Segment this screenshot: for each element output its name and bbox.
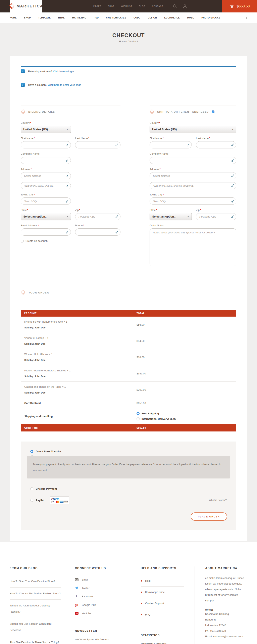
shipping-zip-input[interactable] <box>196 213 236 220</box>
header-menu-shop[interactable]: SHOP <box>108 5 114 8</box>
search-icon[interactable] <box>173 4 177 8</box>
billing-heading: BILLING DETAILS <box>28 110 55 113</box>
nav-item-muse[interactable]: MUSE <box>187 16 194 19</box>
shipping-first-name-input[interactable] <box>150 141 192 148</box>
billing-first-name-input[interactable] <box>21 141 71 148</box>
nav-item-marketing[interactable]: MARKETING <box>72 16 86 19</box>
cheque-payment-radio[interactable] <box>30 487 33 490</box>
coupon-link[interactable]: Click here to enter your code <box>48 83 81 86</box>
shipping-state-select[interactable]: Select an option... ▼ <box>150 213 192 220</box>
nav-item-home[interactable]: HOME <box>10 16 17 19</box>
social-twitter-link[interactable]: Twitter <box>75 584 121 592</box>
nav-item-photo-stocks[interactable]: PHOTO STOCKS <box>202 16 220 19</box>
order-table: PRODUCT TOTAL iPhone 5s with Headphones … <box>21 310 236 432</box>
place-order-button[interactable]: PLACE ORDER <box>191 512 227 521</box>
international-delivery-radio[interactable] <box>136 418 140 420</box>
mastercard-card-icon <box>56 500 60 503</box>
billing-last-name-input[interactable] <box>75 141 120 148</box>
ship-different-checkbox[interactable]: ✓ <box>212 110 214 113</box>
billing-email-input[interactable] <box>21 228 71 236</box>
nav-item-shop[interactable]: SHOP <box>24 16 31 19</box>
brand-name: MARKETICA <box>17 4 43 8</box>
social-youtube-link[interactable]: You Youtube <box>75 609 121 618</box>
your-order-section: YOUR ORDER PRODUCT TOTAL iPhone 5s with … <box>21 290 236 530</box>
office-phone: Ph. +6212345678 <box>205 628 247 634</box>
billing-country-select[interactable]: United States (US) ▼ <box>21 126 71 133</box>
create-account-checkbox[interactable] <box>21 240 24 242</box>
billing-section: BILLING DETAILS Country* United States (… <box>21 105 120 271</box>
billing-phone-input[interactable] <box>75 228 120 236</box>
nav-item-template[interactable]: TEMPLATE <box>38 16 50 19</box>
shipping-last-name-input[interactable] <box>196 141 236 148</box>
breadcrumb-home[interactable]: Home <box>119 40 126 43</box>
connect-heading: CONNECT WITH US <box>75 566 121 570</box>
nav-item-cms-templates[interactable]: CMS TEMPLATES <box>106 16 126 19</box>
header-menu-contact[interactable]: CONTACT <box>152 5 163 8</box>
shipping-apartment-input[interactable] <box>150 182 236 189</box>
blog-heading: FROM OUR BLOG <box>10 566 61 570</box>
user-account-icon[interactable] <box>183 4 187 8</box>
footer-help-column: HELP AND SUPPORTS Help Knowladge Base Co… <box>130 566 194 644</box>
nav-item-psd[interactable]: PSD <box>94 16 98 19</box>
bank-transfer-radio[interactable] <box>30 450 33 453</box>
office-address-line: Bandung. <box>205 617 247 622</box>
row-total: $18.00 <box>133 349 236 366</box>
cart-button[interactable]: $653.50 <box>222 0 257 12</box>
blog-link[interactable]: Plus Size Fashion: Is There Such a Thing… <box>10 636 61 644</box>
social-facebook-link[interactable]: f Facebook <box>75 592 121 600</box>
autofill-key-icon <box>66 174 69 177</box>
header-menu-pages[interactable]: PAGES <box>93 5 101 8</box>
billing-apartment-input[interactable] <box>21 182 71 189</box>
marketplace-members-label: Marketplace Members <box>141 642 184 644</box>
newsletter-tagline: We Won't Spam, We Promise <box>75 638 121 641</box>
free-shipping-radio[interactable] <box>136 412 140 415</box>
blog-link[interactable]: How To Start Your Own Fashion Store? <box>10 575 61 588</box>
shipping-town-input[interactable] <box>150 198 236 205</box>
blog-link[interactable]: Should You Use Fashion Consultant Servic… <box>10 618 61 636</box>
nav-item-code[interactable]: CODE <box>134 16 140 19</box>
nav-item-design[interactable]: DESIGN <box>148 16 157 19</box>
autofill-key-icon <box>231 184 234 187</box>
header-menu-blog[interactable]: BLOG <box>139 5 145 8</box>
footer: FROM OUR BLOG How To Start Your Own Fash… <box>0 542 257 644</box>
product-name: Proton Absolute Wordpress Themes × 1 <box>24 369 129 372</box>
shipping-country-select[interactable]: United States (US) ▼ <box>150 126 236 133</box>
login-link[interactable]: Click here to login <box>53 70 74 73</box>
nav-item-ecommerce[interactable]: ECOMMERCE <box>164 16 180 19</box>
billing-zip-input[interactable] <box>75 213 120 220</box>
shipping-company-input[interactable] <box>150 157 236 164</box>
paypal-radio[interactable] <box>30 499 33 502</box>
address-label: Address <box>150 168 159 171</box>
square-bullet-icon <box>141 580 142 582</box>
header-menu-wishlist[interactable]: WISHLIST <box>121 5 132 8</box>
order-notes-textarea[interactable] <box>150 228 236 266</box>
billing-street-input[interactable] <box>21 172 71 180</box>
bank-transfer-description: Make your payment directly into our bank… <box>27 456 230 479</box>
zip-label: Zip <box>75 208 79 212</box>
autofill-key-icon <box>231 200 234 203</box>
chevron-down-icon: ▼ <box>66 216 68 218</box>
social-email-link[interactable]: Email <box>75 575 121 584</box>
country-label: Country <box>150 121 159 124</box>
nav-item-html[interactable]: HTML <box>58 16 65 19</box>
ship-different-heading: SHIP TO A DIFFERENT ADDRESS? <box>157 110 209 113</box>
paypal-acceptance-mark[interactable]: PayPal VISA AMEX DISCOVER <box>50 496 69 504</box>
square-bullet-icon <box>141 614 142 615</box>
billing-state-select[interactable]: Select an option... ▼ <box>21 213 71 220</box>
billing-town-input[interactable] <box>21 198 71 205</box>
social-googleplus-link[interactable]: g+ Google Plus <box>75 600 121 609</box>
logo[interactable]: MARKETICA <box>10 0 42 12</box>
state-label: State <box>150 208 156 212</box>
nav-more-icon[interactable] <box>245 16 247 19</box>
what-is-paypal-link[interactable]: What is PayPal? <box>209 499 227 502</box>
sold-by: Sold by: John Doe <box>24 342 129 345</box>
blog-link[interactable]: What is So Alluring About Celebrity Fash… <box>10 600 61 618</box>
billing-company-input[interactable] <box>21 157 71 164</box>
blog-link[interactable]: How To Choose The Perfect Fashion Store? <box>10 588 61 600</box>
chevron-down-icon: ▼ <box>66 128 68 130</box>
about-heading: ABOUT MARKETICA <box>205 566 247 570</box>
header-icons <box>173 0 187 12</box>
row-total: $56.00 <box>133 316 236 333</box>
sold-by: Sold by: John Doe <box>24 326 129 329</box>
shipping-street-input[interactable] <box>150 172 236 180</box>
